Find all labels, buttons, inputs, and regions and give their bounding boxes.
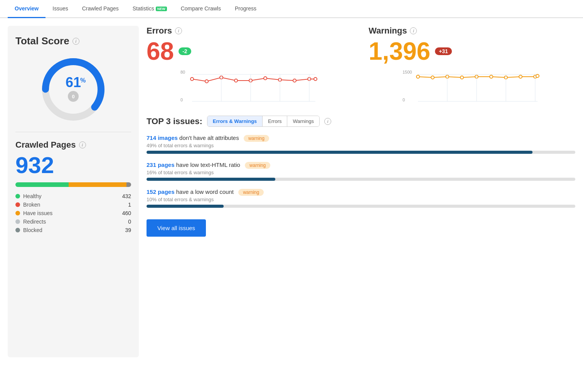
issues-list: 714 images don't have alt attributes war… <box>147 135 575 208</box>
filter-btn-warnings-filter[interactable]: Warnings <box>287 116 319 126</box>
issue-title-1: 231 pages have low text-HTML ratio warni… <box>147 162 575 168</box>
view-all-issues-button[interactable]: View all issues <box>147 219 206 237</box>
errors-block: Errors i 68 -2 80 0 <box>147 26 353 104</box>
total-score-info-icon[interactable]: i <box>72 38 79 45</box>
pages-progress-bar <box>15 182 131 187</box>
top3-title: TOP 3 issues: <box>147 116 202 126</box>
issue-title-2: 152 pages have a low word count warning <box>147 188 575 195</box>
issue-text-0: don't have alt attributes <box>179 135 239 141</box>
tab-progress[interactable]: Progress <box>228 0 263 18</box>
issue-pct-1: 16% of total errors & warnings <box>147 170 575 175</box>
legend-item-have-issues: Have issues 460 <box>15 210 131 216</box>
legend-label-blocked: Blocked <box>23 227 122 233</box>
top3-header: TOP 3 issues: Errors & WarningsErrorsWar… <box>147 116 575 127</box>
legend-item-blocked: Blocked 39 <box>15 227 131 233</box>
pb-issues <box>69 182 126 187</box>
tab-overview[interactable]: Overview <box>8 0 45 18</box>
warnings-block: Warnings i 1,396 +31 1500 0 <box>369 26 575 104</box>
legend-label-broken: Broken <box>23 202 125 208</box>
svg-point-33 <box>490 75 493 78</box>
tab-issues[interactable]: Issues <box>45 0 75 18</box>
svg-point-35 <box>519 75 522 78</box>
tab-crawled-pages[interactable]: Crawled Pages <box>75 0 126 18</box>
tab-compare-crawls[interactable]: Compare Crawls <box>174 0 228 18</box>
divider <box>15 132 131 132</box>
legend-item-redirects: Redirects 0 <box>15 219 131 225</box>
warnings-value: 1,396 <box>369 39 430 64</box>
issue-pct-0: 49% of total errors & warnings <box>147 143 575 148</box>
svg-point-19 <box>314 77 317 81</box>
svg-point-13 <box>234 79 238 82</box>
legend-dot-broken <box>15 202 20 207</box>
issue-title-0: 714 images don't have alt attributes war… <box>147 135 575 141</box>
svg-point-31 <box>460 76 463 79</box>
legend-count-have-issues: 460 <box>122 210 131 216</box>
svg-point-37 <box>536 74 539 77</box>
legend-dot-blocked <box>15 228 20 232</box>
legend-count-broken: 1 <box>128 202 131 208</box>
issue-bar-bg-0 <box>147 151 575 154</box>
legend-label-healthy: Healthy <box>23 193 119 199</box>
donut-chart: 61 % 0 <box>39 55 108 124</box>
total-score-label: Total Score <box>15 35 69 47</box>
crawled-pages-label: Crawled Pages <box>15 140 76 150</box>
errors-chart: 80 0 <box>147 68 353 103</box>
right-panel: Errors i 68 -2 80 0 <box>147 26 575 357</box>
donut-chart-container: 61 % 0 <box>15 55 131 124</box>
svg-text:61: 61 <box>66 74 81 90</box>
issue-bar-bg-1 <box>147 178 575 181</box>
legend-dot-have-issues <box>15 211 20 215</box>
svg-text:0: 0 <box>72 94 74 99</box>
errors-value-row: 68 -2 <box>147 39 353 64</box>
errors-title: Errors i <box>147 26 353 36</box>
svg-point-15 <box>264 77 267 80</box>
legend-dot-healthy <box>15 194 20 199</box>
warnings-title: Warnings i <box>369 26 575 36</box>
tab-statistics[interactable]: StatisticsNEW <box>126 0 174 18</box>
warnings-info-icon[interactable]: i <box>410 27 417 34</box>
legend-label-have-issues: Have issues <box>23 210 119 216</box>
legend-count-blocked: 39 <box>125 227 131 233</box>
pb-blocked <box>126 182 131 187</box>
issue-text-2: have a low word count <box>176 188 234 195</box>
issue-link-0[interactable]: 714 images <box>147 135 178 141</box>
crawled-pages-info-icon[interactable]: i <box>79 141 86 148</box>
errors-value: 68 <box>147 39 174 64</box>
issue-link-2[interactable]: 152 pages <box>147 188 175 195</box>
filter-btn-errors[interactable]: Errors <box>263 116 287 126</box>
top3-info-icon[interactable]: i <box>324 118 331 125</box>
issue-badge-2: warning <box>238 189 264 196</box>
issue-link-1[interactable]: 231 pages <box>147 162 175 168</box>
issue-item-1: 231 pages have low text-HTML ratio warni… <box>147 162 575 181</box>
crawled-pages-number: 932 <box>15 154 131 177</box>
warnings-label: Warnings <box>369 26 407 36</box>
svg-text:0: 0 <box>403 98 405 102</box>
issue-badge-0: warning <box>244 135 269 142</box>
svg-text:1500: 1500 <box>403 70 412 74</box>
tab-nav: OverviewIssuesCrawled PagesStatisticsNEW… <box>0 0 583 18</box>
issue-bar-fill-0 <box>147 151 532 154</box>
legend-item-broken: Broken 1 <box>15 202 131 208</box>
warnings-badge: +31 <box>435 47 452 55</box>
legend-label-redirects: Redirects <box>23 219 125 225</box>
svg-point-28 <box>416 75 420 78</box>
svg-point-29 <box>431 76 434 79</box>
errors-info-icon[interactable]: i <box>175 27 182 34</box>
issue-item-2: 152 pages have a low word count warning … <box>147 188 575 208</box>
warnings-chart: 1500 0 <box>369 68 575 103</box>
warnings-value-row: 1,396 +31 <box>369 39 575 64</box>
legend-count-healthy: 432 <box>122 193 131 199</box>
issue-text-1: have low text-HTML ratio <box>176 162 240 168</box>
metrics-row: Errors i 68 -2 80 0 <box>147 26 575 104</box>
issue-badge-1: warning <box>245 162 270 169</box>
errors-label: Errors <box>147 26 172 36</box>
issue-item-0: 714 images don't have alt attributes war… <box>147 135 575 154</box>
svg-text:80: 80 <box>180 70 185 74</box>
issue-pct-2: 10% of total errors & warnings <box>147 197 575 202</box>
issue-bar-fill-2 <box>147 205 224 208</box>
legend-dot-redirects <box>15 219 20 224</box>
total-score-heading: Total Score i <box>15 35 131 47</box>
legend-count-redirects: 0 <box>128 219 131 225</box>
filter-btn-errors-warnings[interactable]: Errors & Warnings <box>207 116 263 126</box>
crawled-pages-heading: Crawled Pages i <box>15 140 131 150</box>
